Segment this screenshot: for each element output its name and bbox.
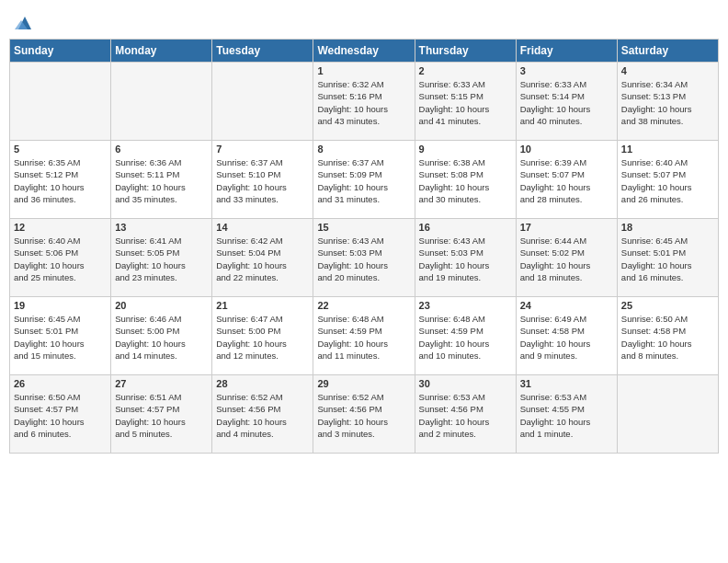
table-row [212, 63, 313, 141]
day-info: Sunrise: 6:46 AM Sunset: 5:00 PM Dayligh… [115, 313, 208, 362]
table-row: 13Sunrise: 6:41 AM Sunset: 5:05 PM Dayli… [111, 219, 212, 297]
day-number: 12 [14, 222, 107, 233]
day-number: 6 [115, 144, 208, 155]
day-number: 9 [419, 144, 512, 155]
table-row: 11Sunrise: 6:40 AM Sunset: 5:07 PM Dayli… [617, 141, 718, 219]
day-number: 1 [317, 65, 410, 76]
day-info: Sunrise: 6:39 AM Sunset: 5:07 PM Dayligh… [520, 156, 613, 205]
day-number: 3 [520, 65, 613, 76]
table-row: 15Sunrise: 6:43 AM Sunset: 5:03 PM Dayli… [313, 219, 415, 297]
day-info: Sunrise: 6:43 AM Sunset: 5:03 PM Dayligh… [317, 235, 410, 283]
table-row: 8Sunrise: 6:37 AM Sunset: 5:09 PM Daylig… [313, 141, 415, 219]
day-number: 23 [419, 300, 512, 311]
table-row: 5Sunrise: 6:35 AM Sunset: 5:12 PM Daylig… [10, 141, 111, 219]
logo [13, 13, 35, 33]
table-row: 18Sunrise: 6:45 AM Sunset: 5:01 PM Dayli… [617, 219, 718, 297]
calendar-week-row: 26Sunrise: 6:50 AM Sunset: 4:57 PM Dayli… [10, 375, 719, 454]
day-info: Sunrise: 6:45 AM Sunset: 5:01 PM Dayligh… [621, 235, 714, 283]
table-row: 27Sunrise: 6:51 AM Sunset: 4:57 PM Dayli… [111, 375, 212, 454]
col-tuesday: Tuesday [212, 40, 313, 63]
day-info: Sunrise: 6:52 AM Sunset: 4:56 PM Dayligh… [317, 391, 410, 440]
table-row: 16Sunrise: 6:43 AM Sunset: 5:03 PM Dayli… [415, 219, 516, 297]
table-row: 9Sunrise: 6:38 AM Sunset: 5:08 PM Daylig… [415, 141, 516, 219]
table-row: 29Sunrise: 6:52 AM Sunset: 4:56 PM Dayli… [313, 375, 415, 454]
table-row: 10Sunrise: 6:39 AM Sunset: 5:07 PM Dayli… [516, 141, 617, 219]
table-row: 31Sunrise: 6:53 AM Sunset: 4:55 PM Dayli… [516, 375, 617, 454]
day-number: 14 [216, 222, 309, 233]
day-info: Sunrise: 6:48 AM Sunset: 4:59 PM Dayligh… [317, 313, 410, 362]
day-info: Sunrise: 6:45 AM Sunset: 5:01 PM Dayligh… [14, 313, 107, 362]
logo-icon [15, 13, 35, 33]
day-info: Sunrise: 6:40 AM Sunset: 5:06 PM Dayligh… [14, 235, 107, 283]
day-number: 30 [419, 378, 512, 389]
day-number: 8 [317, 144, 410, 155]
day-info: Sunrise: 6:44 AM Sunset: 5:02 PM Dayligh… [520, 235, 613, 283]
day-number: 19 [14, 300, 107, 311]
day-info: Sunrise: 6:51 AM Sunset: 4:57 PM Dayligh… [115, 391, 208, 440]
day-number: 29 [317, 378, 410, 389]
calendar-week-row: 12Sunrise: 6:40 AM Sunset: 5:06 PM Dayli… [10, 219, 719, 297]
day-number: 13 [115, 222, 208, 233]
day-number: 20 [115, 300, 208, 311]
table-row: 25Sunrise: 6:50 AM Sunset: 4:58 PM Dayli… [617, 297, 718, 375]
table-row: 3Sunrise: 6:33 AM Sunset: 5:14 PM Daylig… [516, 63, 617, 141]
table-row: 2Sunrise: 6:33 AM Sunset: 5:15 PM Daylig… [415, 63, 516, 141]
day-number: 28 [216, 378, 309, 389]
day-info: Sunrise: 6:34 AM Sunset: 5:13 PM Dayligh… [621, 78, 714, 127]
day-info: Sunrise: 6:36 AM Sunset: 5:11 PM Dayligh… [115, 156, 208, 205]
table-row: 28Sunrise: 6:52 AM Sunset: 4:56 PM Dayli… [212, 375, 313, 454]
col-monday: Monday [111, 40, 212, 63]
calendar-week-row: 19Sunrise: 6:45 AM Sunset: 5:01 PM Dayli… [10, 297, 719, 375]
table-row: 12Sunrise: 6:40 AM Sunset: 5:06 PM Dayli… [10, 219, 111, 297]
table-row [10, 63, 111, 141]
day-number: 31 [520, 378, 613, 389]
table-row: 24Sunrise: 6:49 AM Sunset: 4:58 PM Dayli… [516, 297, 617, 375]
day-number: 7 [216, 144, 309, 155]
day-info: Sunrise: 6:53 AM Sunset: 4:56 PM Dayligh… [419, 391, 512, 440]
page-header [9, 9, 719, 33]
day-number: 11 [621, 144, 714, 155]
day-info: Sunrise: 6:37 AM Sunset: 5:10 PM Dayligh… [216, 156, 309, 205]
day-number: 27 [115, 378, 208, 389]
day-info: Sunrise: 6:35 AM Sunset: 5:12 PM Dayligh… [14, 156, 107, 205]
day-info: Sunrise: 6:53 AM Sunset: 4:55 PM Dayligh… [520, 391, 613, 440]
day-number: 25 [621, 300, 714, 311]
day-info: Sunrise: 6:43 AM Sunset: 5:03 PM Dayligh… [419, 235, 512, 283]
day-number: 4 [621, 65, 714, 76]
table-row [111, 63, 212, 141]
col-saturday: Saturday [617, 40, 718, 63]
day-number: 2 [419, 65, 512, 76]
day-number: 21 [216, 300, 309, 311]
table-row: 17Sunrise: 6:44 AM Sunset: 5:02 PM Dayli… [516, 219, 617, 297]
day-info: Sunrise: 6:32 AM Sunset: 5:16 PM Dayligh… [317, 78, 410, 127]
day-info: Sunrise: 6:33 AM Sunset: 5:15 PM Dayligh… [419, 78, 512, 127]
day-info: Sunrise: 6:49 AM Sunset: 4:58 PM Dayligh… [520, 313, 613, 362]
day-number: 18 [621, 222, 714, 233]
day-info: Sunrise: 6:41 AM Sunset: 5:05 PM Dayligh… [115, 235, 208, 283]
table-row: 23Sunrise: 6:48 AM Sunset: 4:59 PM Dayli… [415, 297, 516, 375]
table-row: 7Sunrise: 6:37 AM Sunset: 5:10 PM Daylig… [212, 141, 313, 219]
day-info: Sunrise: 6:50 AM Sunset: 4:57 PM Dayligh… [14, 391, 107, 440]
col-thursday: Thursday [415, 40, 516, 63]
table-row: 26Sunrise: 6:50 AM Sunset: 4:57 PM Dayli… [10, 375, 111, 454]
day-number: 26 [14, 378, 107, 389]
table-row: 4Sunrise: 6:34 AM Sunset: 5:13 PM Daylig… [617, 63, 718, 141]
day-info: Sunrise: 6:52 AM Sunset: 4:56 PM Dayligh… [216, 391, 309, 440]
day-number: 17 [520, 222, 613, 233]
table-row: 14Sunrise: 6:42 AM Sunset: 5:04 PM Dayli… [212, 219, 313, 297]
day-info: Sunrise: 6:42 AM Sunset: 5:04 PM Dayligh… [216, 235, 309, 283]
calendar-header-row: Sunday Monday Tuesday Wednesday Thursday… [10, 40, 719, 63]
calendar-week-row: 5Sunrise: 6:35 AM Sunset: 5:12 PM Daylig… [10, 141, 719, 219]
day-info: Sunrise: 6:38 AM Sunset: 5:08 PM Dayligh… [419, 156, 512, 205]
table-row: 20Sunrise: 6:46 AM Sunset: 5:00 PM Dayli… [111, 297, 212, 375]
table-row [617, 375, 718, 454]
day-info: Sunrise: 6:50 AM Sunset: 4:58 PM Dayligh… [621, 313, 714, 362]
day-info: Sunrise: 6:47 AM Sunset: 5:00 PM Dayligh… [216, 313, 309, 362]
col-friday: Friday [516, 40, 617, 63]
day-info: Sunrise: 6:48 AM Sunset: 4:59 PM Dayligh… [419, 313, 512, 362]
day-number: 24 [520, 300, 613, 311]
table-row: 6Sunrise: 6:36 AM Sunset: 5:11 PM Daylig… [111, 141, 212, 219]
day-number: 10 [520, 144, 613, 155]
col-sunday: Sunday [10, 40, 111, 63]
day-number: 22 [317, 300, 410, 311]
